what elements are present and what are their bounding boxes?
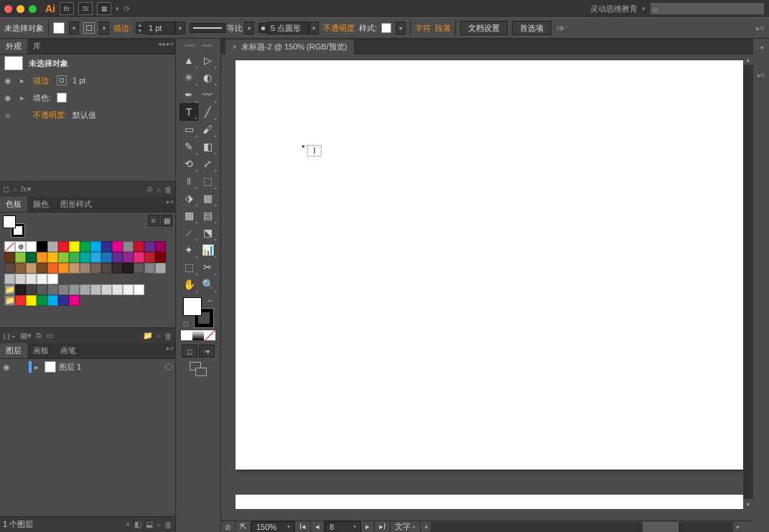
clear-icon[interactable]: ⊘ xyxy=(146,185,153,194)
artboard-input[interactable] xyxy=(330,523,351,531)
swatch-cell[interactable] xyxy=(15,252,26,263)
swatch-cell[interactable] xyxy=(4,252,15,263)
new-swatch-icon[interactable]: ▫ xyxy=(157,332,160,340)
stroke-label[interactable]: 描边: xyxy=(113,23,131,34)
workspace-label[interactable]: 灵动思维教育 xyxy=(590,4,638,14)
sublayer-icon[interactable]: ⬓ xyxy=(146,520,153,529)
default-fill-stroke-icon[interactable]: ◻ xyxy=(183,320,188,327)
expand-icon[interactable]: ▸ xyxy=(34,363,42,372)
tool-paintbrush[interactable]: 🖌 xyxy=(198,121,217,138)
swatch-cell[interactable] xyxy=(58,252,69,263)
stroke-weight-dropdown-icon[interactable]: ▾ xyxy=(175,22,185,34)
swatch-cell[interactable] xyxy=(26,252,37,263)
scroll-left-icon[interactable]: ◂ xyxy=(421,522,431,532)
stock-button[interactable]: St xyxy=(78,2,93,15)
swatch-options-icon[interactable]: ⧉ xyxy=(36,331,42,340)
swatch-cell[interactable] xyxy=(47,284,58,295)
brush-dropdown-icon[interactable]: ▾ xyxy=(309,22,319,34)
swatch-cell[interactable] xyxy=(15,263,26,274)
window-zoom-button[interactable] xyxy=(29,5,37,13)
tool-eraser[interactable]: ◧ xyxy=(198,138,217,155)
fill-attr-label[interactable]: 填色: xyxy=(33,93,51,103)
swatch-cell[interactable] xyxy=(90,241,101,252)
swatch-cell[interactable] xyxy=(26,284,37,295)
stroke-profile-preview[interactable] xyxy=(190,23,225,33)
document-setup-button[interactable]: 文档设置 xyxy=(460,21,508,35)
tool-symbol-sprayer[interactable]: ✦ xyxy=(180,241,198,258)
expand-icon[interactable]: ▸ xyxy=(20,76,27,85)
arrange-dropdown-icon[interactable]: ▾ xyxy=(116,5,119,12)
swatch-cell[interactable] xyxy=(26,295,37,306)
fx-icon[interactable]: fx▾ xyxy=(21,185,32,194)
swatch-kind-icon[interactable]: ▦▾ xyxy=(20,331,32,340)
visibility-icon[interactable]: ◉ xyxy=(4,111,14,120)
swatch-cell[interactable] xyxy=(69,263,80,274)
swatch-none[interactable] xyxy=(4,241,15,252)
tool-magic-wand[interactable]: ✳ xyxy=(180,69,198,86)
swatch-cell[interactable] xyxy=(58,263,69,274)
stroke-swatch[interactable] xyxy=(83,22,95,34)
tool-curvature[interactable]: 〰 xyxy=(198,86,217,103)
swatch-cell[interactable] xyxy=(69,284,80,295)
swatch-cell[interactable] xyxy=(58,241,69,252)
paragraph-label[interactable]: 段落 xyxy=(435,23,451,34)
swatch-cell[interactable] xyxy=(15,284,26,295)
tool-type[interactable]: T xyxy=(180,103,198,121)
swatch-cell[interactable] xyxy=(123,284,134,295)
swatch-cell[interactable] xyxy=(15,274,26,284)
mode-none[interactable] xyxy=(204,330,215,340)
window-close-button[interactable] xyxy=(4,5,12,13)
stroke-weight-input[interactable] xyxy=(145,22,175,34)
swatch-cell[interactable] xyxy=(4,274,15,284)
search-box[interactable]: ⌕ xyxy=(650,2,765,15)
swatch-cell[interactable] xyxy=(80,284,90,295)
fill-swatch[interactable] xyxy=(53,22,65,34)
style-dropdown-icon[interactable]: ▾ xyxy=(396,22,406,34)
swatch-cell[interactable] xyxy=(37,252,47,263)
opacity-label[interactable]: 不透明度 xyxy=(323,23,355,34)
swatch-cell[interactable] xyxy=(123,241,134,252)
swatch-cell[interactable] xyxy=(37,295,47,306)
swatch-cell[interactable] xyxy=(47,252,58,263)
tool-direct-selection[interactable]: ▷ xyxy=(198,52,217,69)
canvas-area[interactable]: I ▴ ▾ xyxy=(221,55,753,521)
tool-gradient[interactable]: ▤ xyxy=(198,207,217,224)
workspace-dropdown-icon[interactable]: ▾ xyxy=(642,5,646,12)
gpu-status-icon[interactable]: ⎚ xyxy=(221,521,236,533)
swatch-cell[interactable] xyxy=(58,284,69,295)
swatch-cell[interactable] xyxy=(80,241,90,252)
swatch-cell[interactable] xyxy=(37,284,47,295)
swatch-cell[interactable] xyxy=(144,252,155,263)
profile-dropdown-icon[interactable]: ▾ xyxy=(244,22,254,34)
trash-icon[interactable]: 🗑 xyxy=(164,521,172,529)
swatch-cell[interactable] xyxy=(112,252,123,263)
screen-mode-icon[interactable]: ▫▾ xyxy=(199,345,215,358)
trash-icon[interactable]: 🗑 xyxy=(164,185,172,194)
swatch-cell[interactable] xyxy=(69,252,80,263)
tool-pencil[interactable]: ✎ xyxy=(180,138,198,155)
swatch-cell[interactable] xyxy=(80,263,90,274)
fill-attr-swatch[interactable] xyxy=(57,93,67,103)
panel-menu-icon[interactable]: ▸≡ xyxy=(167,40,174,47)
collapse-icon[interactable]: ◂ xyxy=(760,43,763,51)
scroll-down-icon[interactable]: ▾ xyxy=(743,499,753,509)
swatch-cell[interactable] xyxy=(4,263,15,274)
tool-shape-builder[interactable]: ⬗ xyxy=(180,190,198,207)
tool-rotate[interactable]: ⟲ xyxy=(180,155,198,172)
list-view-icon[interactable]: ≡ xyxy=(148,215,159,226)
swatch-libraries-icon[interactable]: ⫿⫿▾ xyxy=(3,332,16,340)
resize-grip[interactable] xyxy=(743,522,753,532)
document-tab[interactable]: × 未标题-2 @ 150% (RGB/预览) xyxy=(225,39,354,55)
new-icon[interactable]: ▫ xyxy=(157,185,160,194)
tool-free-transform[interactable]: ⬚ xyxy=(198,172,217,190)
swatch-cell[interactable] xyxy=(26,274,37,284)
tool-perspective[interactable]: ▦ xyxy=(198,190,217,207)
arrange-button[interactable]: ▦ xyxy=(97,2,111,15)
layer-row[interactable]: ◉ ▸ 图层 1 xyxy=(0,359,175,375)
panel-menu-icon[interactable]: ▸≡ xyxy=(756,24,765,33)
stroke-dropdown-icon[interactable]: ▾ xyxy=(99,22,109,34)
tab-layers[interactable]: 图层 xyxy=(0,343,27,358)
tool-lasso[interactable]: ◐ xyxy=(198,69,217,86)
scroll-right-icon[interactable]: ▸ xyxy=(733,522,743,532)
swatch-cell[interactable] xyxy=(26,241,37,252)
